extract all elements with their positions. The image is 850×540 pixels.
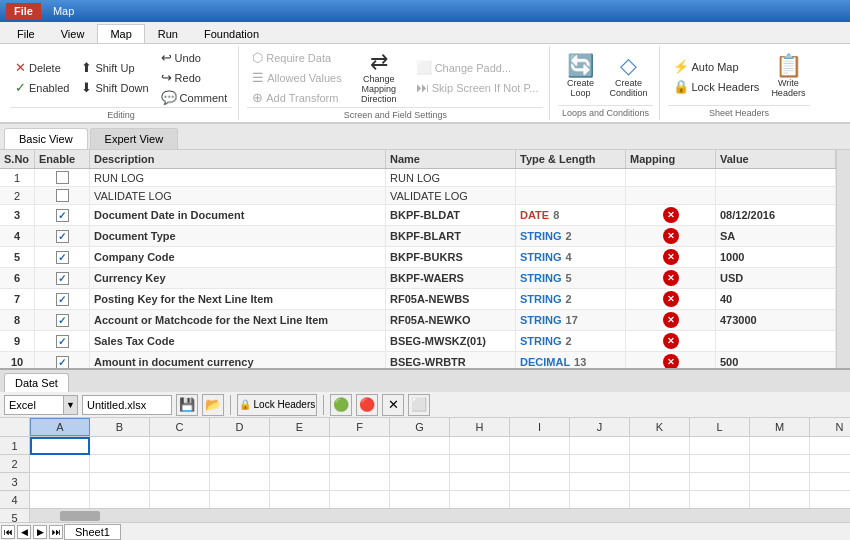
cell-K3[interactable] <box>630 473 690 491</box>
enable-checkbox[interactable] <box>56 171 69 184</box>
cell-mapping[interactable] <box>626 169 716 186</box>
col-header-A[interactable]: A <box>30 418 90 436</box>
col-header-J[interactable]: J <box>570 418 630 436</box>
open-icon-btn[interactable]: 📂 <box>202 394 224 416</box>
cell-mapping[interactable]: ✕ <box>626 331 716 351</box>
cell-H2[interactable] <box>450 455 510 473</box>
cell-B2[interactable] <box>90 455 150 473</box>
cell-G4[interactable] <box>390 491 450 508</box>
cell-J4[interactable] <box>570 491 630 508</box>
cell-enable[interactable] <box>35 268 90 288</box>
cell-N4[interactable] <box>810 491 850 508</box>
col-header-B[interactable]: B <box>90 418 150 436</box>
enabled-button[interactable]: ✓ Enabled <box>10 78 74 97</box>
enable-checkbox[interactable] <box>56 356 69 369</box>
dataset-tab[interactable]: Data Set <box>4 373 69 392</box>
cell-M4[interactable] <box>750 491 810 508</box>
cell-E3[interactable] <box>270 473 330 491</box>
cell-J2[interactable] <box>570 455 630 473</box>
delete-button[interactable]: ✕ Delete <box>10 58 74 77</box>
cell-L2[interactable] <box>690 455 750 473</box>
col-header-E[interactable]: E <box>270 418 330 436</box>
allowed-values-button[interactable]: ☰ Allowed Values <box>247 68 346 87</box>
undo-button[interactable]: ↩ Undo <box>156 48 233 67</box>
import-btn[interactable]: ⬜ <box>408 394 430 416</box>
col-header-I[interactable]: I <box>510 418 570 436</box>
filename-field[interactable]: Untitled.xlsx <box>82 395 172 415</box>
cell-I4[interactable] <box>510 491 570 508</box>
auto-map-button[interactable]: ⚡ Auto Map <box>668 57 765 76</box>
cell-E4[interactable] <box>270 491 330 508</box>
cell-mapping[interactable]: ✕ <box>626 247 716 267</box>
col-header-F[interactable]: F <box>330 418 390 436</box>
cell-L1[interactable] <box>690 437 750 455</box>
cell-I1[interactable] <box>510 437 570 455</box>
cell-G1[interactable] <box>390 437 450 455</box>
col-header-M[interactable]: M <box>750 418 810 436</box>
cell-N2[interactable] <box>810 455 850 473</box>
add-row-btn[interactable]: 🟢 <box>330 394 352 416</box>
tab-file[interactable]: File <box>4 24 48 43</box>
shift-up-button[interactable]: ⬆ Shift Up <box>76 58 153 77</box>
cell-H4[interactable] <box>450 491 510 508</box>
cell-M2[interactable] <box>750 455 810 473</box>
cell-enable[interactable] <box>35 331 90 351</box>
table-row[interactable]: 7 Posting Key for the Next Line Item RF0… <box>0 289 836 310</box>
cell-L4[interactable] <box>690 491 750 508</box>
sheet1-tab[interactable]: Sheet1 <box>64 524 121 540</box>
cell-G3[interactable] <box>390 473 450 491</box>
skip-screen-button[interactable]: ⏭ Skip Screen If Not P... <box>411 78 544 97</box>
create-condition-button[interactable]: ◇ CreateCondition <box>604 52 652 101</box>
cell-B3[interactable] <box>90 473 150 491</box>
col-header-C[interactable]: C <box>150 418 210 436</box>
cell-J3[interactable] <box>570 473 630 491</box>
cell-L3[interactable] <box>690 473 750 491</box>
sheet-nav-last[interactable]: ⏭ <box>49 525 63 539</box>
cell-G2[interactable] <box>390 455 450 473</box>
cell-enable[interactable] <box>35 187 90 204</box>
cell-F4[interactable] <box>330 491 390 508</box>
enable-checkbox[interactable] <box>56 293 69 306</box>
cell-C3[interactable] <box>150 473 210 491</box>
file-button[interactable]: File <box>6 3 41 19</box>
cell-F2[interactable] <box>330 455 390 473</box>
cell-E2[interactable] <box>270 455 330 473</box>
mapping-icon[interactable]: ✕ <box>663 333 679 349</box>
clear-btn[interactable]: ✕ <box>382 394 404 416</box>
enable-checkbox[interactable] <box>56 230 69 243</box>
cell-enable[interactable] <box>35 352 90 368</box>
cell-mapping[interactable]: ✕ <box>626 289 716 309</box>
cell-N3[interactable] <box>810 473 850 491</box>
cell-mapping[interactable]: ✕ <box>626 226 716 246</box>
source-select[interactable]: Excel <box>4 395 64 415</box>
mapping-icon[interactable]: ✕ <box>663 291 679 307</box>
cell-K2[interactable] <box>630 455 690 473</box>
cell-H1[interactable] <box>450 437 510 455</box>
mapping-icon[interactable]: ✕ <box>663 207 679 223</box>
enable-checkbox[interactable] <box>56 335 69 348</box>
comment-button[interactable]: 💬 Comment <box>156 88 233 107</box>
shift-down-button[interactable]: ⬇ Shift Down <box>76 78 153 97</box>
cell-enable[interactable] <box>35 169 90 186</box>
table-row[interactable]: 5 Company Code BKPF-BUKRS STRING4 ✕ 1000 <box>0 247 836 268</box>
cell-mapping[interactable]: ✕ <box>626 352 716 368</box>
cell-B4[interactable] <box>90 491 150 508</box>
tab-run[interactable]: Run <box>145 24 191 43</box>
ss-scrollbar-h[interactable] <box>30 508 850 522</box>
enable-checkbox[interactable] <box>56 314 69 327</box>
cell-D2[interactable] <box>210 455 270 473</box>
mapping-icon[interactable]: ✕ <box>663 270 679 286</box>
ss-scrollthumb[interactable] <box>60 511 100 521</box>
save-icon-btn[interactable]: 💾 <box>176 394 198 416</box>
expert-view-tab[interactable]: Expert View <box>90 128 179 149</box>
cell-mapping[interactable]: ✕ <box>626 205 716 225</box>
cell-M3[interactable] <box>750 473 810 491</box>
col-header-N[interactable]: N <box>810 418 850 436</box>
cell-mapping[interactable] <box>626 187 716 204</box>
lock-headers-ds-btn[interactable]: 🔒 Lock Headers <box>237 394 317 416</box>
cell-enable[interactable] <box>35 289 90 309</box>
col-header-L[interactable]: L <box>690 418 750 436</box>
mapping-icon[interactable]: ✕ <box>663 228 679 244</box>
enable-checkbox[interactable] <box>56 209 69 222</box>
table-row[interactable]: 6 Currency Key BKPF-WAERS STRING5 ✕ USD <box>0 268 836 289</box>
